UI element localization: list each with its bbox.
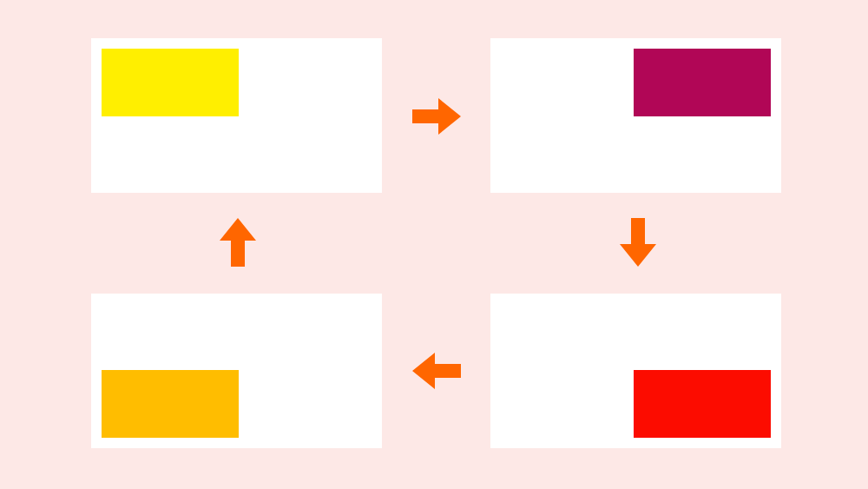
card-bottom-left bbox=[91, 294, 382, 448]
inner-block-bottom-left bbox=[102, 370, 239, 438]
card-top-left bbox=[91, 38, 382, 193]
arrow-down-icon bbox=[620, 218, 656, 267]
inner-block-top-left bbox=[102, 49, 239, 116]
inner-block-top-right bbox=[634, 49, 771, 116]
card-top-right bbox=[490, 38, 781, 193]
arrow-left-icon bbox=[412, 353, 461, 389]
arrow-up-icon bbox=[220, 218, 256, 267]
card-bottom-right bbox=[490, 294, 781, 448]
inner-block-bottom-right bbox=[634, 370, 771, 438]
arrow-right-icon bbox=[412, 98, 461, 135]
